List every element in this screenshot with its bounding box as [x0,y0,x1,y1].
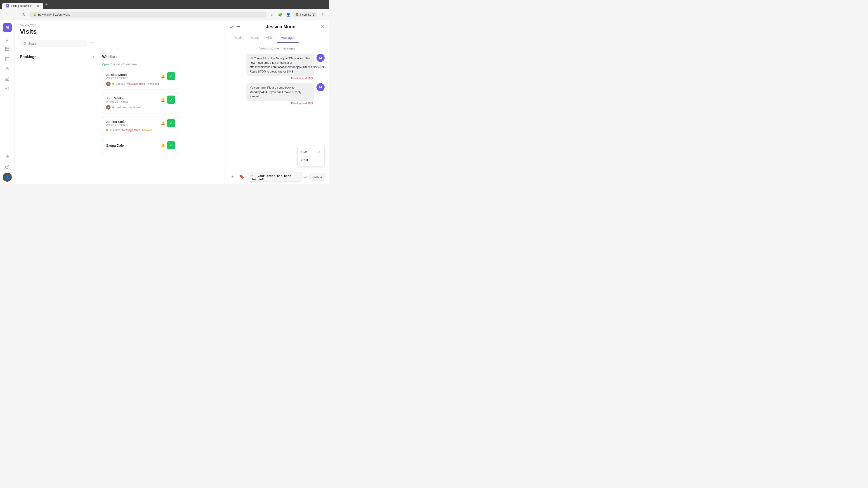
message-1-text: Hi! You're #1 on the Moodjoy7434 waitlis… [246,54,314,76]
svg-rect-0 [5,47,9,51]
extensions-button[interactable]: 🧩 [277,11,283,18]
lock-icon: 🔒 [33,13,36,16]
incognito-label: Incognito (2) [300,13,315,16]
sidebar-item-analytics[interactable] [3,74,12,84]
john-walker-meta: M Just now Confirmed [106,105,175,109]
jemina-smith-delayed: Delayed [142,129,152,132]
help-icon [5,164,9,170]
refresh-button[interactable]: ↻ [21,11,27,18]
sarina-dale-card[interactable]: Sarina Dale 🔔 ✓ [102,138,179,154]
message-2: M It's your turn! Please come back to Mo… [230,83,324,105]
browser-tabs: W Visits | Waitwhile ✕ + [0,0,329,9]
bookings-add-button[interactable]: + [90,54,97,60]
waitlist-chevron: › [116,55,117,59]
tab-close-button[interactable]: ✕ [37,4,39,8]
john-walker-confirmed: Confirmed [128,106,141,109]
menu-button[interactable]: ⋮ [319,11,326,18]
edit-button[interactable] [230,24,234,29]
john-walker-time: Just now [116,106,127,109]
sarina-dale-actions: 🔔 ✓ [161,141,175,149]
sarina-dale-bell[interactable]: 🔔 [161,143,165,148]
avatar-icon: 👤 [5,175,10,180]
flash-icon [5,155,9,160]
tab-visits[interactable]: Visits [262,33,277,43]
filter-button[interactable] [90,41,94,46]
john-walker-check[interactable]: ✓ [167,96,175,104]
jessica-moon-waited: Waited 27 minutes [106,76,128,80]
john-walker-card[interactable]: John Walker Waited 29 minutes 🔔 ✓ M Just… [102,92,179,113]
jessica-moon-time: 1m ago [116,82,125,86]
sms-label: SMS [301,150,308,154]
send-type-button[interactable]: SMS ▲ [309,173,326,181]
jessica-moon-priority: Prioritized [147,82,159,86]
sidebar-item-home[interactable]: ⌂ [3,35,12,44]
sidebar-item-people[interactable] [3,65,12,74]
incognito-badge: 🕵 Incognito (2) [293,12,317,17]
jemina-smith-waited: Waited 28 minutes [106,124,128,127]
search-bar [14,37,225,50]
dropdown-chat-option[interactable]: Chat [298,156,324,164]
page-header: Moodjoy7434 Visits [14,20,225,37]
john-walker-actions: 🔔 ✓ [161,96,175,104]
message-input-area: + 🔖 Hi, your order has been changed! 128… [225,169,329,184]
bookmark-button[interactable]: ☆ [269,11,275,18]
incognito-icon: 🕵 [296,13,299,16]
user-avatar[interactable]: 👤 [3,173,12,182]
forward-button[interactable]: → [12,11,19,18]
bookmark-message-button[interactable]: 🔖 [238,173,245,180]
new-tab-button[interactable]: + [43,1,50,8]
sidebar-item-flash[interactable] [3,153,12,162]
message-2-text: It's your turn! Please come back to Mood… [246,83,314,101]
search-input-wrap[interactable] [20,40,88,47]
jemina-smith-bell[interactable]: 🔔 [161,121,165,125]
active-tab[interactable]: W Visits | Waitwhile ✕ [2,3,43,9]
tab-notes[interactable]: Notes [247,33,262,43]
more-options-button[interactable]: ••• [237,25,241,29]
john-walker-avatar: M [106,105,111,109]
jemina-smith-msg-status: Message failed [122,129,141,132]
sidebar-item-chat[interactable] [3,55,12,64]
jessica-moon-card[interactable]: Jessica Moon Waited 27 minutes 🔔 ✓ M 1m … [102,69,179,90]
search-input[interactable] [28,42,84,45]
add-message-button[interactable]: + [229,173,236,180]
sidebar-item-help[interactable] [3,163,12,172]
jessica-moon-bell[interactable]: 🔔 [161,74,165,78]
dropdown-sms-option[interactable]: SMS ✓ [298,148,324,156]
panel-close-button[interactable]: ✕ [321,24,324,29]
send-type-dropdown: SMS ✓ Chat [298,146,324,166]
back-button[interactable]: ← [4,11,10,18]
jessica-moon-dot [112,83,114,85]
jemina-smith-name: Jemina Smith [106,120,128,124]
message-1-avatar: M [316,54,324,62]
sarina-dale-check[interactable]: ✓ [167,141,175,149]
john-walker-header: John Walker Waited 29 minutes 🔔 ✓ [106,96,175,104]
sidebar-item-calendar[interactable] [3,45,12,54]
calendar-icon [5,46,9,52]
address-bar[interactable]: 🔒 new.waitwhile.com/visits [29,11,267,18]
john-walker-dot [112,106,114,108]
sarina-dale-header: Sarina Dale 🔔 ✓ [106,141,175,149]
bookings-column-header: Bookings › + [20,54,97,60]
sidebar-logo: M [3,23,12,32]
waitlist-add-button[interactable]: + [173,54,179,60]
bookings-title: Bookings › [20,55,39,59]
john-walker-bell[interactable]: 🔔 [161,98,165,102]
jemina-smith-dot [106,129,108,131]
message-1-status: Failed to send SMS · [246,77,314,79]
edit-icon [230,24,234,28]
view-customer-link[interactable]: View customer messages [230,46,324,50]
page-title: Visits [20,28,220,35]
jemina-smith-time: Just now [110,129,120,132]
tab-messages[interactable]: Messages [277,33,299,43]
jemina-smith-check[interactable]: ✓ [167,119,175,127]
tab-details[interactable]: Details [230,33,247,43]
jessica-moon-check[interactable]: ✓ [167,72,175,80]
profile-button[interactable]: 👤 [285,11,291,18]
open-badge: Open [102,63,109,66]
app-container: M ⌂ [0,20,329,184]
jemina-smith-card[interactable]: Jemina Smith Waited 28 minutes 🔔 ✓ Just … [102,116,179,135]
kanban-area: Bookings › + Waitlist › + Open · [14,50,225,184]
message-input[interactable]: Hi, your order has been changed! [247,172,302,182]
sidebar-item-settings[interactable] [3,85,12,94]
char-count: 128 [304,175,308,178]
